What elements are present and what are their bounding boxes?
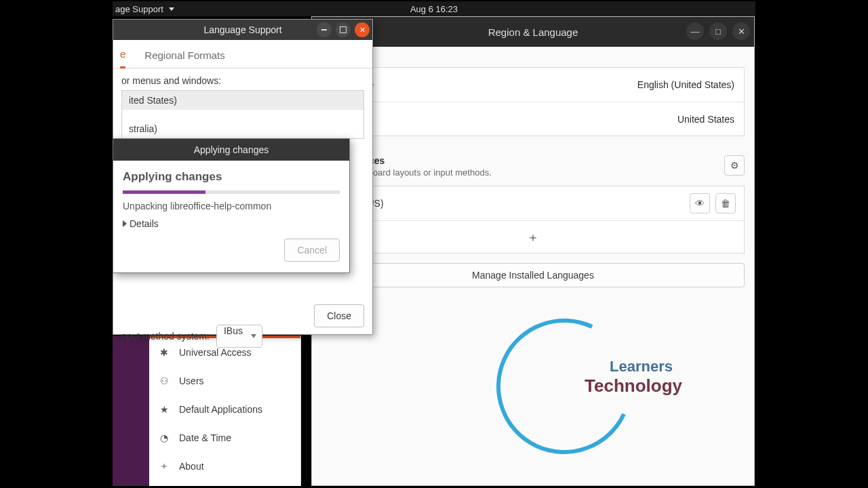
progress-fill <box>123 190 205 194</box>
language-formats-card: Language English (United States) Formats… <box>321 67 745 136</box>
sidebar-item-label: About <box>179 461 204 472</box>
list-item[interactable]: ited States) <box>122 91 363 110</box>
sidebar-item-date-time[interactable]: ◔ Date & Time <box>149 424 300 452</box>
formats-row[interactable]: Formats United States <box>322 102 744 136</box>
sidebar-item-label: Default Applications <box>179 404 262 415</box>
language-tabs: e Regional Formats <box>113 40 372 68</box>
input-sources-settings-button[interactable]: ⚙ <box>724 155 745 176</box>
close-button[interactable] <box>355 22 370 37</box>
close-button[interactable]: ✕ <box>732 22 750 40</box>
sidebar-item-default-apps[interactable]: ★ Default Applications <box>149 395 300 424</box>
dialog-title: Applying changes <box>194 144 269 155</box>
dialog-titlebar: Applying changes <box>113 139 349 161</box>
menus-hint: or menus and windows: <box>121 75 364 86</box>
language-support-title: Language Support <box>203 24 281 35</box>
input-sources-header: Input Sources Choose keyboard layouts or… <box>321 155 745 178</box>
progress-status: Unpacking libreoffice-help-common <box>123 201 340 211</box>
system-top-bar: age Support Aug 6 16:23 <box>113 1 755 16</box>
triangle-right-icon <box>123 220 127 227</box>
minimize-button[interactable]: — <box>686 22 704 40</box>
users-icon: ⚇ <box>159 375 170 386</box>
delete-source-button[interactable]: 🗑 <box>715 193 736 214</box>
maximize-button[interactable]: □ <box>709 22 727 40</box>
logo-line2: Technology <box>585 375 682 396</box>
sidebar-item-about[interactable]: ＋ About <box>149 452 300 481</box>
chevron-down-icon <box>169 7 174 11</box>
dialog-heading: Applying changes <box>123 170 340 184</box>
gear-icon: ⚙ <box>730 160 739 171</box>
language-value: English (United States) <box>637 79 734 90</box>
progress-bar <box>123 190 340 194</box>
settings-titlebar: Region & Language — □ ✕ <box>312 17 754 47</box>
input-method-select[interactable]: IBus <box>216 325 262 348</box>
input-method-label: nput method system: <box>121 331 210 342</box>
tab-language[interactable]: e <box>120 48 125 68</box>
list-item <box>122 110 363 119</box>
clock[interactable]: Aug 6 16:23 <box>410 4 458 14</box>
clock-icon: ◔ <box>159 432 170 443</box>
settings-title: Region & Language <box>488 26 578 38</box>
input-sources-list: English (US) 👁 🗑 ＋ <box>321 186 745 253</box>
view-layout-button[interactable]: 👁 <box>690 193 710 214</box>
formats-value: United States <box>677 114 734 125</box>
sidebar-item-label: Date & Time <box>179 432 231 443</box>
input-method-value: IBus <box>224 325 243 336</box>
plus-icon: ＋ <box>159 460 170 472</box>
app-menu-label: age Support <box>115 4 163 14</box>
add-input-source-button[interactable]: ＋ <box>322 220 744 253</box>
input-source-item[interactable]: English (US) 👁 🗑 <box>322 186 744 220</box>
tab-formats-label: Regional Formats <box>144 49 224 61</box>
logo-line1: Learners <box>610 358 673 375</box>
settings-sidebar: ✱ Universal Access ⚇ Users ★ Default App… <box>149 336 301 486</box>
cancel-label: Cancel <box>297 245 327 256</box>
details-expander[interactable]: Details <box>123 218 340 229</box>
minimize-button[interactable] <box>317 22 332 37</box>
input-method-row: nput method system: IBus <box>121 325 364 348</box>
sidebar-item-users[interactable]: ⚇ Users <box>149 367 300 395</box>
eye-icon: 👁 <box>695 198 705 209</box>
chevron-down-icon <box>251 334 256 338</box>
watermark-logo: Learners Technology <box>496 310 652 466</box>
close-button[interactable]: Close <box>314 304 364 327</box>
applying-changes-dialog: Applying changes Applying changes Unpack… <box>113 138 350 273</box>
maximize-button[interactable] <box>336 22 351 37</box>
cancel-button[interactable]: Cancel <box>284 239 340 262</box>
app-menu[interactable]: age Support <box>113 4 174 14</box>
language-support-titlebar: Language Support <box>113 20 372 40</box>
close-label: Close <box>327 310 351 321</box>
language-row[interactable]: Language English (United States) <box>322 68 744 102</box>
region-language-window: Region & Language — □ ✕ Language English… <box>311 16 755 486</box>
manage-languages-label: Manage Installed Languages <box>472 270 594 281</box>
language-list[interactable]: ited States) stralia) <box>121 90 364 139</box>
dock-background <box>113 336 149 486</box>
manage-languages-button[interactable]: Manage Installed Languages <box>321 263 745 287</box>
trash-icon: 🗑 <box>721 198 730 209</box>
plus-icon: ＋ <box>527 229 539 245</box>
tab-regional-formats[interactable]: Regional Formats <box>144 49 224 68</box>
sidebar-item-label: Users <box>179 375 204 386</box>
star-icon: ★ <box>159 404 170 415</box>
details-label: Details <box>130 218 159 229</box>
list-item[interactable]: stralia) <box>122 119 363 138</box>
tab-language-label: e <box>120 48 125 60</box>
